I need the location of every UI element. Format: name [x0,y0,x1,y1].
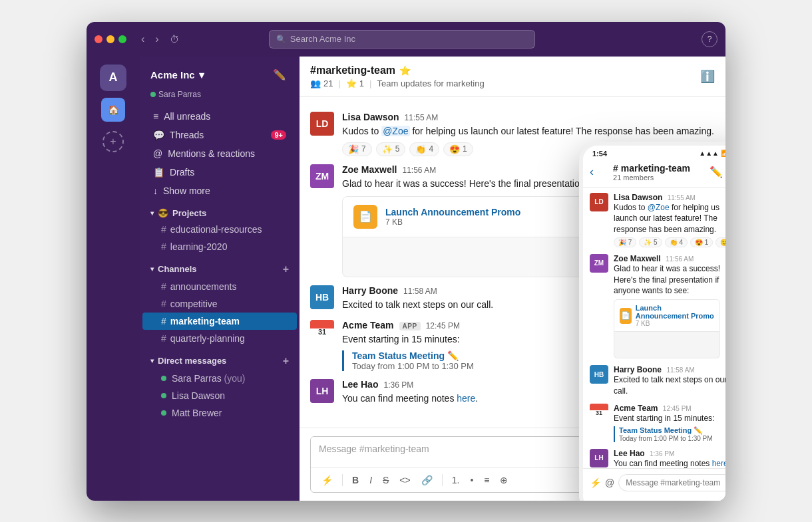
message-time: 11:56 AM [402,166,436,175]
home-icon[interactable]: 🏠 [101,98,125,122]
mobile-edit-icon[interactable]: ✏️ [710,166,723,178]
mobile-reactions: 🎉 7 ✨ 5 👏 4 😍 1 🙂 [614,237,725,247]
mobile-time: 11:55 AM [668,194,696,201]
italic-button[interactable]: I [365,472,376,488]
sender-name: Lisa Dawson [342,112,399,122]
channel-item-marketing-team[interactable]: # marketing-team [142,313,297,330]
mobile-message-3: HB Harry Boone 11:58 AM Excited to talk … [590,365,725,397]
dm-item-matt[interactable]: Matt Brewer [142,404,297,422]
help-button[interactable]: ? [702,31,717,47]
dm-item-sara[interactable]: Sara Parras (you) [142,370,297,387]
forward-button[interactable]: › [151,31,162,48]
mobile-event-title: Team Status Meeting ✏️ [619,426,725,435]
blocks-button[interactable]: ⊕ [496,472,512,488]
add-channel-icon[interactable]: + [283,263,289,275]
mobile-message-5: LH Lee Hao 1:36 PM You can find meeting … [590,449,725,468]
sidebar-item-threads[interactable]: 💬 Threads 9+ [142,126,297,144]
mobile-sender: Acme Team [614,404,658,413]
reaction-party[interactable]: 🎉 7 [342,142,372,156]
projects-section-header[interactable]: ▾ 😎 Projects [140,200,300,221]
mobile-text: Excited to talk next steps on our call. [614,374,725,397]
reaction-clap[interactable]: 👏 4 [409,142,439,156]
mobile-back-button[interactable]: ‹ [590,165,594,179]
file-attachment[interactable]: 📄 Launch Announcement Promo 7 KB [342,196,595,237]
channel-item-announcements[interactable]: # announcements [142,278,297,295]
mobile-message-input[interactable] [618,474,725,491]
avatar-harry: HB [310,285,334,309]
dm-section-header[interactable]: ▾ Direct messages + [140,347,300,370]
mobile-message-4: 31 Acme Team 12:45 PM Event starting in … [590,404,725,442]
search-input[interactable] [290,34,528,44]
mobile-time: 11:58 AM [666,366,694,374]
hash-icon: # [161,241,166,252]
channels-chevron-icon: ▾ [150,265,154,273]
mobile-sender: Lisa Dawson [614,193,662,202]
mobile-file-name: Launch Announcement Promo [636,304,714,320]
sidebar-item-show-more[interactable]: ↓ Show more [142,182,297,200]
mobile-reaction[interactable]: 😍 1 [690,237,713,247]
bold-button[interactable]: B [348,472,363,488]
sidebar-item-drafts[interactable]: 📋 Drafts [142,163,297,182]
mobile-header: ‹ # marketing-team 21 members ✏️ ℹ️ [583,159,725,188]
mention[interactable]: @Zoe [381,126,409,136]
meeting-notes-link[interactable]: here [457,393,475,404]
link-button[interactable]: 🔗 [417,472,437,488]
channels-section-header[interactable]: ▾ Channels + [140,255,300,278]
workspace-chevron-icon: ▾ [199,69,204,81]
close-button[interactable] [95,35,102,43]
dm-item-lisa[interactable]: Lisa Dawson [142,387,297,404]
mobile-text: Kudos to @Zoe for helping us launch our … [614,202,725,235]
edit-icon: ✏️ [447,350,459,361]
channel-info: #marketing-team ⭐ 👥 21 | ⭐ 1 | [310,65,485,88]
mobile-mention: @Zoe [648,203,670,212]
threads-badge: 9+ [271,130,286,140]
maximize-button[interactable] [118,35,126,43]
show-more-icon: ↓ [153,186,158,196]
history-button[interactable]: ⏱ [166,31,183,48]
search-bar[interactable]: 🔍 [269,30,535,49]
back-button[interactable]: ‹ [137,31,148,48]
workspace-icon[interactable]: A [100,65,126,91]
add-workspace-button[interactable]: + [102,131,124,152]
mobile-file-attachment[interactable]: 📄 Launch Announcement Promo 7 KB [614,299,720,332]
mobile-lightning-icon[interactable]: ⚡ [590,477,601,488]
mobile-reaction[interactable]: 🎉 7 [614,237,636,247]
channel-item-learning-2020[interactable]: # learning-2020 [142,238,297,255]
reaction-heart-eyes[interactable]: 😍 1 [443,142,473,156]
mobile-link[interactable]: here [712,459,725,468]
mobile-sender: Zoe Maxwell [614,254,661,263]
mobile-messages[interactable]: LD Lisa Dawson 11:55 AM Kudos to @Zoe fo… [583,188,725,468]
minimize-button[interactable] [106,35,114,43]
online-status-dot [150,92,156,97]
sidebar-item-all-unreads[interactable]: ≡ All unreads [142,107,297,126]
mobile-reaction[interactable]: 👏 4 [665,237,688,247]
channel-item-competitive[interactable]: # competitive [142,295,297,313]
mentions-icon: @ [153,148,162,159]
channel-item-educational-resources[interactable]: # educational-resources [142,221,297,238]
reaction-sparkle[interactable]: ✨ 5 [376,142,406,156]
lightning-button[interactable]: ⚡ [317,472,337,488]
signal-icon: ▲▲▲ [699,150,719,157]
bullet-list-button[interactable]: • [466,472,477,488]
dm-chevron-icon: ▾ [150,357,154,364]
sender-name: Zoe Maxwell [342,164,397,175]
star-small-icon: ⭐ [346,78,357,88]
mobile-mention-icon[interactable]: @ [605,477,614,488]
indent-button[interactable]: ≡ [480,472,493,488]
strikethrough-button[interactable]: S [379,472,393,488]
workspace-name-button[interactable]: Acme Inc ▾ [150,69,204,81]
mobile-sender: Harry Boone [614,365,662,374]
avatar-lisa: LD [310,112,334,136]
add-dm-icon[interactable]: + [283,355,289,367]
mobile-reaction-add[interactable]: 🙂 [715,237,725,247]
user-status: Sara Parras [140,90,300,107]
channel-item-quarterly-planning[interactable]: # quarterly-planning [142,330,297,347]
title-bar: ‹ › ⏱ 🔍 ? [87,22,725,57]
channel-info-button[interactable]: ℹ️ [700,69,715,84]
ordered-list-button[interactable]: 1. [448,472,464,488]
sidebar-item-mentions[interactable]: @ Mentions & reactions [142,144,297,163]
mobile-avatar-acme: 31 [590,404,608,422]
compose-button[interactable]: ✏️ [270,66,289,84]
mobile-reaction[interactable]: ✨ 5 [639,237,662,247]
code-button[interactable]: <> [395,472,414,488]
